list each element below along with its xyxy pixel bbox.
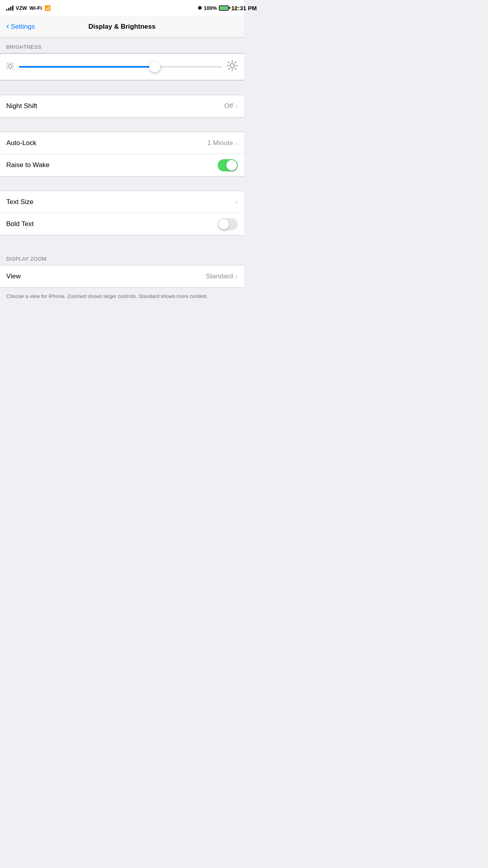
svg-line-6 [12,68,13,68]
bluetooth-icon: ✱ [198,5,202,11]
night-shift-group: Night Shift Off › [0,95,244,118]
auto-lock-row[interactable]: Auto-Lock 1 Minute › [0,132,244,154]
signal-bar-1 [6,9,7,11]
sun-large-icon [227,60,238,74]
sun-small-icon [6,62,14,72]
status-time: 12:31 PM [231,5,244,11]
battery-fill [220,7,227,9]
svg-line-5 [7,63,8,64]
raise-to-wake-toggle[interactable] [218,159,238,171]
night-shift-label: Night Shift [6,102,37,110]
svg-line-8 [7,68,8,68]
auto-lock-value: 1 Minute [207,139,233,147]
brightness-slider[interactable] [19,66,222,68]
signal-bar-2 [8,8,9,11]
display-zoom-section-header: DISPLAY ZOOM [0,250,244,265]
display-zoom-group: View Standard › [0,265,244,288]
text-group: Text Size › Bold Text [0,191,244,235]
bold-text-toggle-knob [218,219,229,230]
auto-lock-chevron-icon: › [235,140,238,147]
spacer-2 [0,118,244,132]
back-label: Settings [11,23,35,31]
brightness-slider-row [0,53,244,80]
raise-to-wake-row: Raise to Wake [0,154,244,176]
back-button[interactable]: ‹ Settings [6,22,35,31]
bold-text-toggle[interactable] [218,218,238,230]
autolock-group: Auto-Lock 1 Minute › Raise to Wake [0,132,244,177]
svg-point-9 [230,64,235,68]
svg-point-0 [9,64,12,68]
view-label: View [6,272,21,280]
auto-lock-value-group: 1 Minute › [207,139,238,147]
page-title: Display & Brightness [88,23,156,31]
wifi-icon: 📶 [44,5,51,11]
status-bar: VZW Wi-Fi 📶 12:31 PM ✱ 100% ⚡ [0,0,244,16]
raise-to-wake-label: Raise to Wake [6,161,50,169]
view-value-group: Standard › [206,272,238,280]
svg-line-16 [235,62,236,63]
signal-bars [6,5,13,11]
nav-bar: ‹ Settings Display & Brightness [0,16,244,38]
battery-icon [219,6,230,11]
battery-body [219,6,229,11]
view-chevron-icon: › [235,273,238,280]
network-label: Wi-Fi [29,5,42,11]
back-chevron-icon: ‹ [6,22,9,31]
signal-bar-3 [10,7,11,11]
brightness-card [0,53,244,81]
text-size-row[interactable]: Text Size › [0,191,244,213]
text-size-value-group: › [235,199,238,206]
display-zoom-footnote: Choose a view for iPhone. Zoomed shows l… [0,288,244,310]
night-shift-value: Off [224,102,233,110]
carrier-label: VZW [16,5,27,11]
status-left: VZW Wi-Fi 📶 [6,5,51,11]
spacer-4 [0,235,244,250]
bold-text-label: Bold Text [6,220,34,228]
battery-pct-label: 100% [204,5,217,11]
bold-text-row: Bold Text [0,213,244,235]
svg-line-17 [228,68,229,70]
battery-tip [229,7,230,9]
signal-bar-4 [12,6,13,11]
night-shift-chevron-icon: › [235,103,238,110]
svg-line-15 [235,68,236,70]
svg-line-7 [12,63,13,64]
spacer-3 [0,177,244,191]
auto-lock-label: Auto-Lock [6,139,37,147]
text-size-label: Text Size [6,198,33,206]
night-shift-row[interactable]: Night Shift Off › [0,95,244,117]
svg-line-14 [228,62,229,63]
view-row[interactable]: View Standard › [0,265,244,287]
brightness-section-header: BRIGHTNESS [0,38,244,53]
raise-to-wake-toggle-knob [226,160,237,171]
brightness-slider-thumb[interactable] [149,61,160,72]
brightness-slider-fill [19,66,155,68]
text-size-chevron-icon: › [235,199,238,206]
spacer-1 [0,81,244,95]
night-shift-value-group: Off › [224,102,238,110]
view-value: Standard [206,272,233,280]
